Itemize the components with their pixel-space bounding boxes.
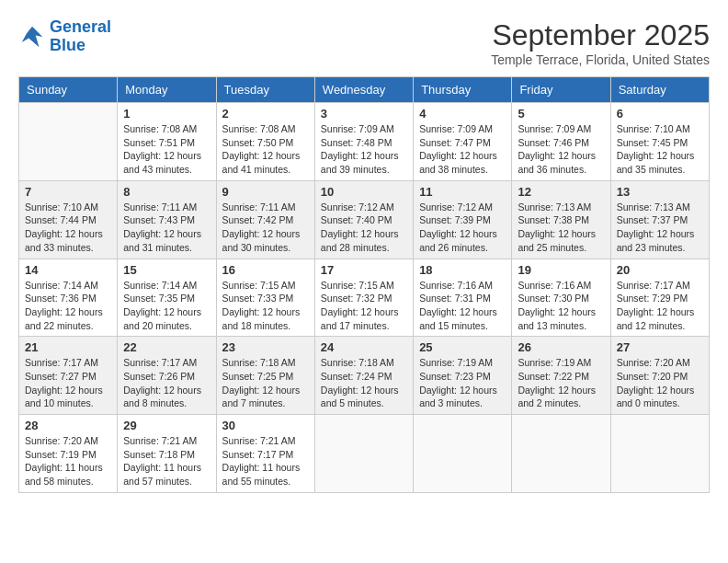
day-number: 20 — [617, 263, 703, 277]
calendar-cell: 10Sunrise: 7:12 AMSunset: 7:40 PMDayligh… — [314, 180, 413, 259]
calendar-cell — [414, 415, 512, 493]
calendar-cell — [610, 415, 709, 493]
day-info: Sunrise: 7:21 AMSunset: 7:18 PMDaylight:… — [123, 434, 210, 488]
day-number: 27 — [617, 340, 703, 354]
dow-header-wednesday: Wednesday — [314, 77, 413, 103]
day-number: 22 — [123, 340, 210, 354]
calendar-cell: 16Sunrise: 7:15 AMSunset: 7:33 PMDayligh… — [216, 259, 314, 337]
day-info: Sunrise: 7:10 AMSunset: 7:45 PMDaylight:… — [617, 122, 703, 177]
day-info: Sunrise: 7:08 AMSunset: 7:50 PMDaylight:… — [222, 122, 309, 177]
day-number: 24 — [321, 340, 407, 354]
day-number: 9 — [222, 185, 309, 199]
calendar-cell: 24Sunrise: 7:18 AMSunset: 7:24 PMDayligh… — [314, 337, 413, 415]
calendar-cell: 28Sunrise: 7:20 AMSunset: 7:19 PMDayligh… — [19, 415, 118, 493]
calendar-cell: 19Sunrise: 7:16 AMSunset: 7:30 PMDayligh… — [512, 259, 610, 337]
day-info: Sunrise: 7:11 AMSunset: 7:43 PMDaylight:… — [123, 201, 210, 255]
day-info: Sunrise: 7:17 AMSunset: 7:29 PMDaylight:… — [617, 279, 703, 333]
calendar-cell: 22Sunrise: 7:17 AMSunset: 7:26 PMDayligh… — [118, 337, 216, 415]
month-title: September 2025 — [491, 18, 710, 52]
day-number: 3 — [321, 107, 407, 121]
day-number: 18 — [419, 263, 506, 277]
day-info: Sunrise: 7:14 AMSunset: 7:36 PMDaylight:… — [25, 279, 111, 333]
calendar-cell: 2Sunrise: 7:08 AMSunset: 7:50 PMDaylight… — [216, 103, 314, 181]
calendar-cell: 23Sunrise: 7:18 AMSunset: 7:25 PMDayligh… — [216, 337, 314, 415]
day-number: 16 — [222, 263, 309, 277]
day-info: Sunrise: 7:18 AMSunset: 7:24 PMDaylight:… — [321, 356, 407, 410]
calendar-cell — [19, 103, 118, 181]
day-info: Sunrise: 7:09 AMSunset: 7:46 PMDaylight:… — [518, 122, 604, 177]
day-number: 11 — [419, 185, 506, 199]
day-info: Sunrise: 7:20 AMSunset: 7:19 PMDaylight:… — [25, 434, 111, 488]
day-number: 1 — [123, 107, 210, 121]
calendar-cell: 14Sunrise: 7:14 AMSunset: 7:36 PMDayligh… — [19, 259, 118, 337]
calendar-cell: 25Sunrise: 7:19 AMSunset: 7:23 PMDayligh… — [414, 337, 512, 415]
logo-line2: Blue — [50, 36, 85, 54]
day-info: Sunrise: 7:13 AMSunset: 7:37 PMDaylight:… — [617, 201, 703, 255]
day-info: Sunrise: 7:19 AMSunset: 7:23 PMDaylight:… — [419, 356, 506, 410]
day-info: Sunrise: 7:15 AMSunset: 7:33 PMDaylight:… — [222, 279, 309, 333]
calendar-cell: 6Sunrise: 7:10 AMSunset: 7:45 PMDaylight… — [610, 103, 709, 181]
day-number: 8 — [123, 185, 210, 199]
logo-icon — [18, 23, 46, 51]
day-info: Sunrise: 7:13 AMSunset: 7:38 PMDaylight:… — [518, 201, 604, 255]
day-info: Sunrise: 7:08 AMSunset: 7:51 PMDaylight:… — [123, 122, 210, 177]
day-number: 28 — [25, 419, 111, 432]
calendar-cell: 7Sunrise: 7:10 AMSunset: 7:44 PMDaylight… — [19, 180, 118, 259]
calendar-cell: 1Sunrise: 7:08 AMSunset: 7:51 PMDaylight… — [118, 103, 216, 181]
dow-header-sunday: Sunday — [19, 77, 118, 103]
calendar-cell: 9Sunrise: 7:11 AMSunset: 7:42 PMDaylight… — [216, 180, 314, 259]
calendar-cell: 3Sunrise: 7:09 AMSunset: 7:48 PMDaylight… — [314, 103, 413, 181]
calendar-cell: 27Sunrise: 7:20 AMSunset: 7:20 PMDayligh… — [610, 337, 709, 415]
day-info: Sunrise: 7:09 AMSunset: 7:47 PMDaylight:… — [419, 122, 506, 177]
logo: General Blue — [18, 18, 111, 55]
day-info: Sunrise: 7:14 AMSunset: 7:35 PMDaylight:… — [123, 279, 210, 333]
day-number: 30 — [222, 419, 309, 432]
day-info: Sunrise: 7:12 AMSunset: 7:39 PMDaylight:… — [419, 201, 506, 255]
calendar-cell: 17Sunrise: 7:15 AMSunset: 7:32 PMDayligh… — [314, 259, 413, 337]
day-info: Sunrise: 7:09 AMSunset: 7:48 PMDaylight:… — [321, 122, 407, 177]
day-number: 29 — [123, 419, 210, 432]
day-number: 14 — [25, 263, 111, 277]
day-info: Sunrise: 7:15 AMSunset: 7:32 PMDaylight:… — [321, 279, 407, 333]
day-info: Sunrise: 7:16 AMSunset: 7:30 PMDaylight:… — [518, 279, 604, 333]
day-number: 21 — [25, 340, 111, 354]
day-number: 19 — [518, 263, 604, 277]
day-number: 26 — [518, 340, 604, 354]
dow-header-friday: Friday — [512, 77, 610, 103]
svg-marker-0 — [22, 27, 43, 48]
calendar-table: SundayMondayTuesdayWednesdayThursdayFrid… — [18, 76, 710, 493]
calendar-cell: 21Sunrise: 7:17 AMSunset: 7:27 PMDayligh… — [19, 337, 118, 415]
calendar-cell: 13Sunrise: 7:13 AMSunset: 7:37 PMDayligh… — [610, 180, 709, 259]
title-block: September 2025 Temple Terrace, Florida, … — [491, 18, 710, 67]
day-number: 15 — [123, 263, 210, 277]
location-subtitle: Temple Terrace, Florida, United States — [491, 52, 710, 67]
dow-header-monday: Monday — [118, 77, 216, 103]
calendar-cell: 30Sunrise: 7:21 AMSunset: 7:17 PMDayligh… — [216, 415, 314, 493]
day-number: 7 — [25, 185, 111, 199]
calendar-cell: 29Sunrise: 7:21 AMSunset: 7:18 PMDayligh… — [118, 415, 216, 493]
day-number: 5 — [518, 107, 604, 121]
day-info: Sunrise: 7:17 AMSunset: 7:27 PMDaylight:… — [25, 356, 111, 410]
calendar-cell: 4Sunrise: 7:09 AMSunset: 7:47 PMDaylight… — [414, 103, 512, 181]
calendar-cell: 5Sunrise: 7:09 AMSunset: 7:46 PMDaylight… — [512, 103, 610, 181]
calendar-cell — [314, 415, 413, 493]
calendar-cell: 15Sunrise: 7:14 AMSunset: 7:35 PMDayligh… — [118, 259, 216, 337]
day-info: Sunrise: 7:12 AMSunset: 7:40 PMDaylight:… — [321, 201, 407, 255]
calendar-cell — [512, 415, 610, 493]
day-number: 10 — [321, 185, 407, 199]
day-info: Sunrise: 7:19 AMSunset: 7:22 PMDaylight:… — [518, 356, 604, 410]
day-info: Sunrise: 7:17 AMSunset: 7:26 PMDaylight:… — [123, 356, 210, 410]
calendar-cell: 18Sunrise: 7:16 AMSunset: 7:31 PMDayligh… — [414, 259, 512, 337]
day-number: 17 — [321, 263, 407, 277]
logo-line1: General — [50, 17, 111, 36]
day-number: 6 — [617, 107, 703, 121]
logo-text: General Blue — [50, 18, 111, 55]
day-number: 13 — [617, 185, 703, 199]
calendar-cell: 20Sunrise: 7:17 AMSunset: 7:29 PMDayligh… — [610, 259, 709, 337]
day-info: Sunrise: 7:11 AMSunset: 7:42 PMDaylight:… — [222, 201, 309, 255]
day-number: 2 — [222, 107, 309, 121]
calendar-cell: 11Sunrise: 7:12 AMSunset: 7:39 PMDayligh… — [414, 180, 512, 259]
day-number: 4 — [419, 107, 506, 121]
page-header: General Blue September 2025 Temple Terra… — [18, 18, 710, 67]
day-number: 25 — [419, 340, 506, 354]
